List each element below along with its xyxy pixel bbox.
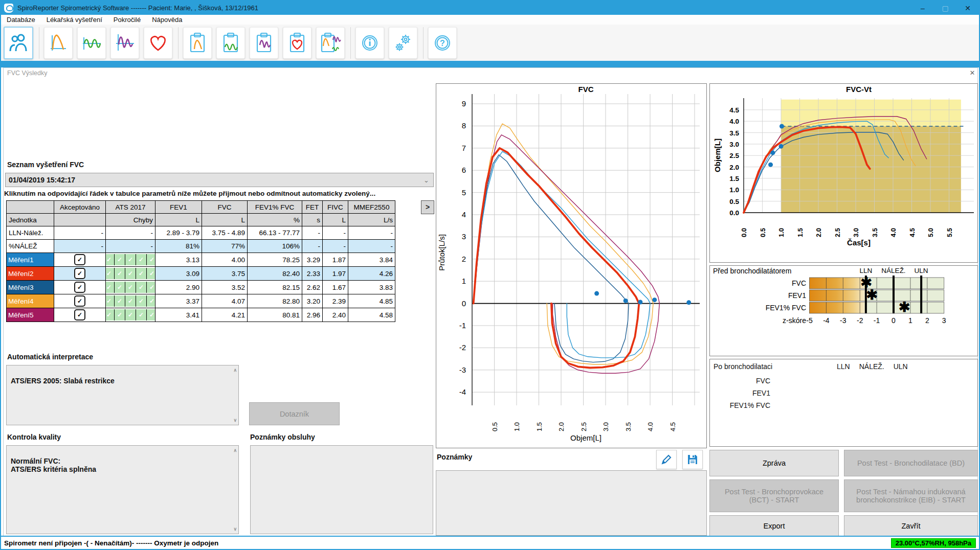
post-test-bct-button[interactable]: Post Test - Bronchoprovokace (BCT) - STA…	[709, 479, 839, 512]
exam-list-dropdown[interactable]: 01/04/2019 15:42:17 ⌄	[5, 173, 434, 187]
column-header: FVC	[202, 201, 248, 214]
table-row: Měření2✓✓✓✓✓✓3.093.7582.402.331.974.26	[7, 267, 395, 281]
toolbar-separator	[178, 27, 179, 59]
accepted-cell: ✓	[54, 294, 106, 308]
vc-report-icon	[220, 32, 241, 54]
stat-cell: 106%	[248, 240, 302, 253]
save-notes-button[interactable]	[682, 450, 703, 469]
menu-napoveda[interactable]: Nápověda	[146, 16, 188, 24]
measurement-row-label[interactable]: Měření1	[7, 253, 54, 267]
toolbar-vc-test-button[interactable]	[77, 27, 106, 59]
minimize-button[interactable]: –	[911, 1, 934, 15]
table-more-button[interactable]: >	[421, 200, 434, 214]
table-row: Měření4✓✓✓✓✓✓3.374.0782.803.202.394.85	[7, 294, 395, 308]
menu-lekarska-vysetreni[interactable]: Lékařská vyšetření	[41, 16, 108, 24]
toolbar-mvv-test-button[interactable]	[110, 27, 139, 59]
measurement-row-label[interactable]: Měření3	[7, 281, 54, 294]
fvc-report-icon	[187, 32, 208, 54]
stat-cell: -	[348, 240, 395, 253]
toolbar-fvc-report-button[interactable]	[183, 27, 212, 59]
accepted-checkbox[interactable]: ✓	[74, 295, 85, 307]
interpretation-box[interactable]: ATS/ERS 2005: Slabá restrikce ∧ ∨	[6, 365, 239, 425]
measurement-row-label[interactable]: Měření4	[7, 294, 54, 308]
value-cell: 82.40	[248, 267, 302, 281]
svg-text:3.0: 3.0	[602, 422, 610, 431]
accepted-checkbox[interactable]: ✓	[74, 282, 85, 293]
accepted-cell: ✓	[54, 267, 106, 281]
accepted-checkbox[interactable]: ✓	[74, 309, 85, 320]
svg-text:6: 6	[462, 166, 466, 174]
value-cell: 1.97	[323, 267, 348, 281]
post-test-eib-button[interactable]: Post Test - Námahou indukovaná bronchoko…	[844, 479, 978, 512]
ats-check-icon: ✓	[147, 268, 155, 279]
toolbar-patients-button[interactable]	[4, 27, 33, 59]
edit-notes-button[interactable]	[656, 450, 677, 469]
toolbar-vc-report-button[interactable]	[216, 27, 245, 59]
svg-text:2.0: 2.0	[815, 228, 822, 237]
svg-text:1.5: 1.5	[729, 175, 739, 182]
stat-cell: -	[302, 240, 323, 253]
questionnaire-button[interactable]: Dotazník	[249, 402, 340, 425]
report-button[interactable]: Zpráva	[709, 450, 839, 476]
value-cell: 3.84	[348, 253, 395, 267]
svg-text:3.0: 3.0	[852, 228, 860, 237]
toolbar-heart-report-button[interactable]	[283, 27, 311, 59]
ats-check-icon: ✓	[136, 268, 147, 279]
maximize-button[interactable]: ▢	[934, 1, 956, 15]
stat-cell: -	[54, 240, 106, 253]
stat-cell: 2.89 - 3.79	[155, 226, 202, 240]
notes-box[interactable]	[436, 470, 707, 536]
toolbar-combined-report-button[interactable]	[316, 27, 345, 59]
unit-cell: %	[248, 214, 302, 226]
svg-text:LLN: LLN	[859, 267, 872, 274]
value-cell: 3.13	[155, 253, 202, 267]
panel-title: FVC Výsledky	[7, 70, 48, 77]
quality-box[interactable]: Normální FVC: ATS/ERS kritéria splněna ∧…	[6, 445, 239, 534]
scroll-up-icon[interactable]: ∧	[233, 448, 237, 453]
accepted-checkbox[interactable]: ✓	[74, 268, 85, 279]
svg-text:4.5: 4.5	[729, 106, 739, 114]
toolbar-help-button[interactable]: ?	[428, 27, 457, 59]
measurement-row-label[interactable]: Měření2	[7, 267, 54, 281]
toolbar-settings-button[interactable]	[389, 27, 417, 59]
action-buttons: Zpráva Post Test - Bronchodilatace (BD) …	[709, 450, 978, 537]
menu-pokrocile[interactable]: Pokročilé	[108, 16, 146, 24]
toolbar-fvc-test-button[interactable]	[44, 27, 73, 59]
toolbar: ?	[1, 25, 979, 61]
scroll-down-icon[interactable]: ∨	[233, 526, 237, 532]
save-icon	[686, 453, 699, 466]
unit-cell: L	[323, 214, 348, 226]
scroll-down-icon[interactable]: ∨	[233, 418, 237, 423]
table-row: Měření5✓✓✓✓✓✓3.414.2180.812.962.404.58	[7, 308, 395, 322]
post-bd-row-ratio: FEV1% FVC	[710, 399, 770, 411]
close-results-button[interactable]: Zavřít	[844, 515, 978, 537]
app-icon	[4, 4, 13, 13]
table-unit-row: JednotkaChybyLL%sLL/s	[7, 214, 395, 226]
fvc-vt-chart: FVC-Vt0.00.51.01.52.02.53.03.54.04.50.00…	[709, 83, 978, 263]
toolbar-mvv-report-button[interactable]	[250, 27, 278, 59]
svg-text:Před bronchodilatátorem: Před bronchodilatátorem	[713, 267, 791, 275]
ats-check-icon: ✓	[106, 268, 115, 279]
measurement-row-label[interactable]: Měření5	[7, 308, 54, 322]
close-button[interactable]: ✕	[956, 1, 979, 15]
ats-check-icon: ✓	[136, 282, 147, 293]
export-button[interactable]: Export	[709, 515, 839, 537]
operator-notes-box[interactable]	[250, 445, 433, 534]
svg-text:-5: -5	[806, 316, 813, 325]
toolbar-heart-test-button[interactable]	[144, 27, 172, 59]
svg-text:Čas[s]: Čas[s]	[847, 238, 871, 247]
accepted-checkbox[interactable]: ✓	[74, 254, 85, 265]
ats-criteria-cell: ✓✓✓✓✓	[106, 253, 155, 267]
accepted-cell: ✓	[54, 281, 106, 294]
toolbar-separator	[350, 27, 351, 59]
menu-databaze[interactable]: Databáze	[1, 16, 41, 24]
scroll-up-icon[interactable]: ∧	[233, 368, 237, 373]
toolbar-info-button[interactable]	[355, 27, 384, 59]
value-cell: 2.96	[302, 308, 323, 322]
stat-cell: -	[54, 226, 106, 240]
post-test-bd-button[interactable]: Post Test - Bronchodilatace (BD)	[844, 450, 978, 476]
svg-text:4.0: 4.0	[729, 118, 739, 125]
svg-text:FVC: FVC	[792, 279, 806, 287]
panel-close-icon[interactable]: ✕	[968, 68, 977, 78]
value-cell: 2.40	[323, 308, 348, 322]
